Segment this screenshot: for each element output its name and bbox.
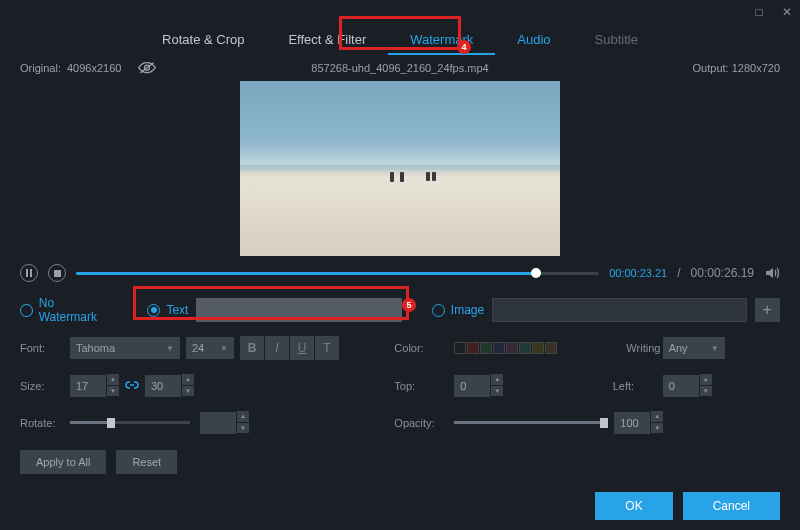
color-swatch[interactable] <box>480 342 492 354</box>
color-swatch[interactable] <box>532 342 544 354</box>
left-input[interactable]: 0▲▼ <box>663 374 780 397</box>
annotation-badge-5: 5 <box>402 298 416 312</box>
font-size-select[interactable]: 24▼ <box>186 337 234 359</box>
close-button[interactable]: ✕ <box>780 5 794 19</box>
output-label: Output: <box>693 62 729 74</box>
svg-rect-2 <box>26 269 28 277</box>
color-swatch[interactable] <box>467 342 479 354</box>
color-swatch[interactable] <box>545 342 557 354</box>
original-label: Original: <box>20 62 61 74</box>
font-family-select[interactable]: Tahoma▼ <box>70 337 180 359</box>
rotate-slider[interactable] <box>70 421 190 424</box>
filename: 857268-uhd_4096_2160_24fps.mp4 <box>311 62 488 74</box>
rotate-label: Rotate: <box>20 417 70 429</box>
underline-button[interactable]: U <box>290 336 314 360</box>
time-current: 00:00:23.21 <box>609 267 667 279</box>
color-swatch[interactable] <box>493 342 505 354</box>
tab-rotate-crop[interactable]: Rotate & Crop <box>140 26 266 55</box>
color-swatches <box>454 342 612 354</box>
output-value: 1280x720 <box>732 62 780 74</box>
left-label: Left: <box>613 380 663 392</box>
original-value: 4096x2160 <box>67 62 121 74</box>
top-label: Top: <box>394 380 454 392</box>
size-height-input[interactable]: 30▲▼ <box>145 374 194 397</box>
italic-button[interactable]: I <box>265 336 289 360</box>
tab-bar: Rotate & Crop Effect & Filter Watermark … <box>0 26 800 55</box>
tab-watermark[interactable]: Watermark <box>388 26 495 55</box>
video-preview <box>240 81 560 256</box>
watermark-image-path[interactable] <box>492 298 746 322</box>
svg-rect-4 <box>54 270 61 277</box>
color-swatch[interactable] <box>506 342 518 354</box>
color-swatch[interactable] <box>454 342 466 354</box>
apply-all-button[interactable]: Apply to All <box>20 450 106 474</box>
radio-no-watermark[interactable]: No Watermark <box>20 296 114 324</box>
opacity-slider[interactable] <box>454 421 604 424</box>
maximize-button[interactable]: □ <box>752 5 766 19</box>
top-input[interactable]: 0▲▼ <box>454 374 612 397</box>
seek-bar[interactable] <box>76 272 599 275</box>
size-label: Size: <box>20 380 70 392</box>
add-image-button[interactable]: + <box>755 298 780 322</box>
svg-rect-3 <box>30 269 32 277</box>
volume-icon[interactable] <box>764 265 780 281</box>
rotate-input[interactable]: ▲▼ <box>200 411 249 434</box>
reset-button[interactable]: Reset <box>116 450 177 474</box>
strike-button[interactable]: T <box>315 336 339 360</box>
opacity-label: Opacity: <box>394 417 454 429</box>
font-label: Font: <box>20 342 70 354</box>
color-swatch[interactable] <box>519 342 531 354</box>
color-label: Color: <box>394 342 454 354</box>
radio-image[interactable]: Image <box>432 303 484 317</box>
radio-text[interactable]: Text <box>147 303 188 317</box>
tab-effect-filter[interactable]: Effect & Filter <box>266 26 388 55</box>
stop-button[interactable] <box>48 264 66 282</box>
link-icon[interactable] <box>125 378 139 394</box>
watermark-text-input[interactable] <box>196 298 402 322</box>
opacity-input[interactable]: 100▲▼ <box>614 411 663 434</box>
writing-systems-select[interactable]: Any▼ <box>663 337 725 359</box>
tab-audio[interactable]: Audio <box>495 26 572 55</box>
ok-button[interactable]: OK <box>595 492 672 520</box>
size-width-input[interactable]: 17▲▼ <box>70 374 119 397</box>
annotation-badge-4: 4 <box>457 40 471 54</box>
bold-button[interactable]: B <box>240 336 264 360</box>
visibility-icon[interactable] <box>137 61 157 75</box>
tab-subtitle[interactable]: Subtitle <box>573 26 660 55</box>
cancel-button[interactable]: Cancel <box>683 492 780 520</box>
time-total: 00:00:26.19 <box>691 266 754 280</box>
pause-button[interactable] <box>20 264 38 282</box>
